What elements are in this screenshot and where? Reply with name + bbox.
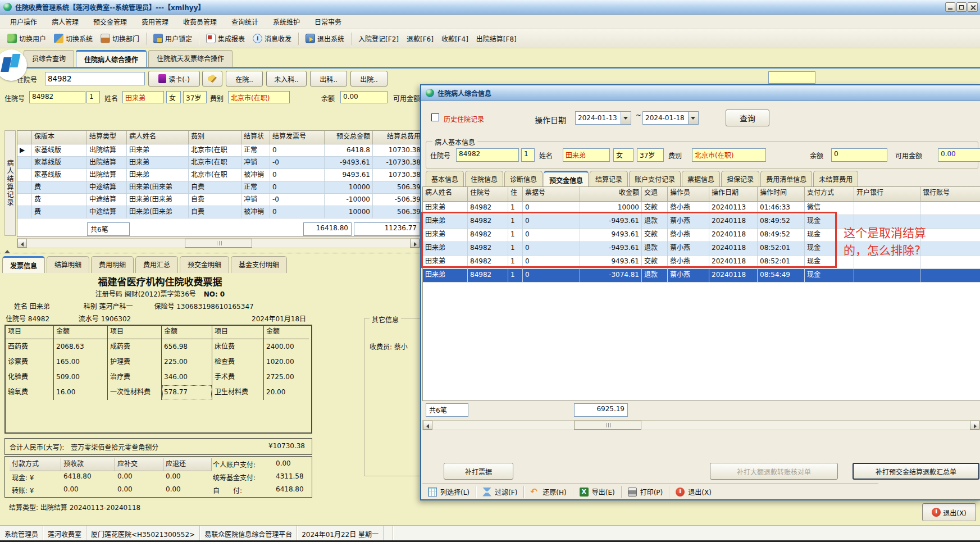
column-select-button[interactable]: 列选择(L) [440, 487, 470, 497]
reprint-large-refund-button[interactable]: 补打大额退款转账核对单 [710, 463, 838, 480]
toolbar-user-lock[interactable]: 用户锁定 [149, 31, 196, 45]
dialog-exit-button[interactable]: 退出(X) [688, 487, 712, 497]
cell: 08:52:01 [758, 256, 805, 269]
patient-sub-field[interactable]: 1 [86, 91, 100, 103]
reprint-prepay-summary-button[interactable]: 补打预交金结算退款汇总单 [853, 463, 979, 480]
reprint-receipt-button[interactable]: 补打票据 [444, 463, 513, 480]
dialog-tab-0[interactable]: 基本信息 [426, 171, 464, 188]
cell [920, 229, 980, 242]
settlement-row-2[interactable]: 家基线版出院结算田来弟北京市(在职被冲销09493.6110730.38 [17, 169, 423, 181]
main-tab-2[interactable]: 住院航天发票综合操作 [148, 50, 233, 67]
scroll-left-icon[interactable] [17, 239, 27, 248]
patient-adm-field[interactable]: 84982 [29, 91, 85, 103]
adm-number-input[interactable] [45, 72, 145, 85]
settlement-row-0[interactable]: ▶家基线版出院结算田来弟北京市(在职正常06418.810730.38 [17, 144, 423, 157]
filter-button[interactable]: 过滤(F) [495, 487, 517, 497]
main-exit-button[interactable]: 退出(X) [922, 503, 976, 521]
cell [854, 202, 920, 215]
prepay-row-0[interactable]: 田来弟849821010000交款蔡小燕2024011301:46:33微信 [423, 202, 980, 215]
maximize-button[interactable] [956, 2, 967, 12]
menu-item-5[interactable]: 查询统计 [225, 15, 265, 28]
toolbar-receive-f4[interactable]: 收款[F4] [437, 31, 472, 45]
menu-item-6[interactable]: 系统维护 [266, 15, 307, 28]
print-button[interactable]: 打印(P) [640, 487, 663, 497]
cell: 20240118 [709, 215, 758, 229]
toolbar-label: 收款[F4] [441, 34, 468, 43]
menu-item-7[interactable]: 日常事务 [308, 15, 348, 28]
total-chinese: 壹万零柒佰叁拾元零叁角捌分 [71, 444, 158, 452]
dialog-tab-3[interactable]: 预交金信息 [544, 171, 589, 188]
in-hospital-button[interactable]: 在院.. [226, 71, 263, 86]
minimize-button[interactable] [945, 2, 955, 12]
detail-tab-1[interactable]: 结算明细 [47, 256, 89, 273]
scroll-right-icon[interactable] [410, 239, 420, 248]
dialog-tab-8[interactable]: 费用清单信息 [760, 171, 812, 188]
date-from-select[interactable]: 2024-01-13 [575, 111, 631, 125]
splitter-handle[interactable] [0, 253, 420, 253]
export-button[interactable]: 导出(E) [592, 487, 615, 497]
detail-tab-3[interactable]: 费用汇总 [135, 256, 178, 273]
dialog-tab-6[interactable]: 票据信息 [682, 171, 720, 188]
toolbar-disc-settle-f8[interactable]: 出院结算[F8] [472, 31, 521, 45]
menu-item-1[interactable]: 病人管理 [45, 15, 85, 28]
menu-item-4[interactable]: 收费员管理 [176, 15, 224, 28]
not-admitted-button[interactable]: 未入科.. [266, 71, 307, 86]
close-button[interactable] [968, 2, 978, 12]
invoice-ins-label: 保险号 [154, 303, 174, 311]
reports-icon [206, 34, 216, 43]
toolbar-admission-f2[interactable]: 入院登记[F2] [354, 31, 403, 45]
discharged-button[interactable]: 出院.. [350, 71, 388, 86]
menu-item-2[interactable]: 预交金管理 [86, 15, 134, 28]
dialog-tab-7[interactable]: 担保记录 [721, 171, 759, 188]
menu-item-3[interactable]: 费用管理 [135, 15, 175, 28]
dialog-tab-1[interactable]: 住院信息 [465, 171, 503, 188]
dialog-tab-5[interactable]: 账户支付记录 [629, 171, 681, 188]
history-checkbox[interactable] [431, 113, 439, 121]
out-dept-button[interactable]: 出科.. [310, 71, 347, 86]
toolbar-switch-user[interactable]: 切换用户 [3, 31, 50, 45]
settlement-hscrollbar[interactable] [17, 238, 420, 248]
dialog-tab-4[interactable]: 结算记录 [590, 171, 628, 188]
detail-tab-2[interactable]: 费用明细 [91, 256, 134, 273]
dialog-tab-9[interactable]: 未结算费用 [813, 171, 858, 188]
settlement-row-3[interactable]: 费中途结算田来弟(田来弟自费正常010000506.39 [17, 181, 423, 194]
prepay-hscrollbar[interactable] [422, 420, 980, 430]
patient-feetype-field: 北京市(在职) [228, 91, 290, 103]
o-adm-field[interactable]: 84982 [456, 148, 519, 162]
scroll-left-icon[interactable] [423, 421, 432, 430]
settlement-row-1[interactable]: 家基线版出院结算田来弟北京市(在职冲销-0-9493.61-10730.38 [17, 157, 423, 169]
toolbar-messages[interactable]: i消息收发 [249, 31, 295, 45]
cell: 成药费 [108, 339, 162, 354]
main-tab-1[interactable]: 住院病人综合操作 [76, 50, 147, 67]
detail-tab-0[interactable]: 发票信息 [2, 256, 45, 273]
read-card-button[interactable]: 读卡(-) [148, 71, 200, 86]
detail-tab-4[interactable]: 预交金明细 [180, 256, 229, 273]
settlement-row-5[interactable]: 费中途结算田来弟(田来弟自费被冲销010000506.39 [17, 206, 423, 218]
scroll-thumb[interactable] [574, 421, 641, 430]
restore-button[interactable]: 还原(H) [543, 487, 566, 497]
toolbar-refund-f6[interactable]: 退款[F6] [403, 31, 437, 45]
detail-tab-5[interactable]: 基金支付明细 [231, 256, 287, 273]
scroll-thumb[interactable] [185, 239, 252, 248]
toolbar-switch-dept[interactable]: 切换部门 [97, 31, 143, 45]
prepay-row-5[interactable]: 田来弟8498210-3074.81退款蔡小燕2024011808:54:49现… [423, 269, 980, 283]
main-tab-0[interactable]: 员综合查询 [24, 50, 74, 67]
cell: 交款 [642, 229, 668, 242]
invoice-dept-label: 科别 [84, 303, 97, 311]
settlement-row-4[interactable]: 费中途结算田来弟(田来弟自费冲销-0-10000-506.39 [17, 194, 423, 206]
scroll-right-icon[interactable] [970, 421, 979, 430]
tab-underline [0, 67, 980, 69]
dialog-tab-2[interactable]: 诊断信息 [504, 171, 543, 188]
toolbar-separator [351, 33, 352, 45]
clear-button[interactable] [202, 71, 222, 86]
query-button[interactable]: 查询 [726, 110, 769, 126]
menu-item-0[interactable]: 用户操作 [3, 15, 44, 28]
cell: 支付方式 [805, 187, 854, 202]
top-right-field[interactable] [768, 71, 815, 84]
toolbar-exit-system[interactable]: 退出系统 [302, 31, 348, 45]
toolbar-reports[interactable]: 集成报表 [202, 31, 249, 45]
o-sub-field[interactable]: 1 [521, 148, 535, 162]
cell: 20240118 [709, 242, 758, 256]
date-to-select[interactable]: 2024-01-18 [642, 111, 699, 125]
toolbar-switch-system[interactable]: 切换系统 [50, 31, 97, 45]
